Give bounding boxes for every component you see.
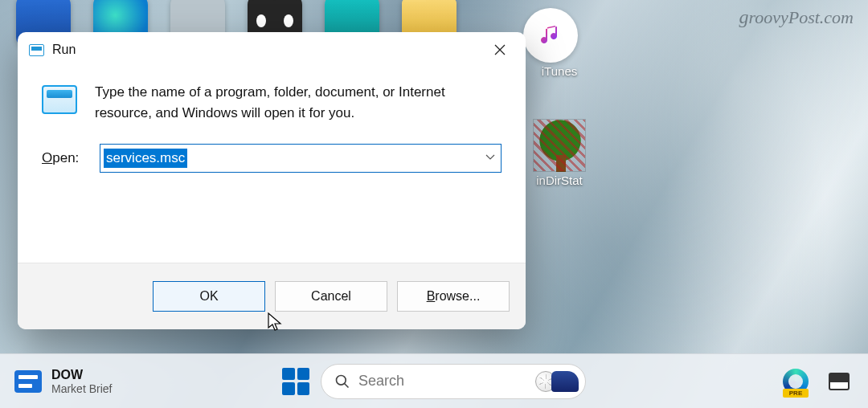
svg-point-0 xyxy=(536,21,565,50)
itunes-icon xyxy=(523,8,578,63)
close-icon xyxy=(493,43,506,56)
run-title: Run xyxy=(52,43,76,57)
cancel-button[interactable]: Cancel xyxy=(275,281,387,312)
desktop-icon-label: inDirStat xyxy=(523,173,596,187)
desktop-icon-windirstat[interactable]: inDirStat xyxy=(523,119,596,187)
widget-subtitle: Market Brief xyxy=(51,382,112,395)
browse-button[interactable]: Browse... xyxy=(397,281,510,312)
ok-button[interactable]: OK xyxy=(153,281,265,312)
edge-pre-badge: PRE xyxy=(783,389,809,398)
widget-icon xyxy=(14,370,42,393)
desktop-background: groovyPost.com iTunes inDirStat Run T xyxy=(0,0,868,408)
run-titlebar[interactable]: Run xyxy=(18,32,526,67)
open-combobox[interactable]: services.msc xyxy=(100,144,502,173)
open-input-value[interactable]: services.msc xyxy=(104,149,187,168)
cleat-icon xyxy=(551,371,579,392)
task-view-icon xyxy=(829,373,850,390)
taskbar: DOW Market Brief Search PRE xyxy=(0,353,868,408)
task-view-button[interactable] xyxy=(825,367,854,396)
search-highlight-badge xyxy=(535,371,579,392)
search-placeholder: Search xyxy=(358,373,527,390)
run-dialog: Run Type the name of a program, folder, … xyxy=(18,32,526,329)
run-program-icon xyxy=(42,85,77,114)
open-label: Open: xyxy=(42,150,87,166)
desktop-icon-itunes[interactable]: iTunes xyxy=(523,8,596,78)
taskbar-edge-preview[interactable]: PRE xyxy=(781,367,810,396)
run-footer: OK Cancel Browse... xyxy=(18,263,526,329)
run-description: Type the name of a program, folder, docu… xyxy=(95,82,502,123)
chevron-down-icon xyxy=(485,151,496,162)
desktop-icon-label: iTunes xyxy=(523,64,596,78)
taskbar-widget[interactable]: DOW Market Brief xyxy=(14,368,112,395)
watermark-label: roovyPost.com xyxy=(748,7,854,27)
combobox-dropdown[interactable] xyxy=(485,151,496,165)
widget-title: DOW xyxy=(51,368,112,382)
watermark-text: groovyPost.com xyxy=(739,6,854,28)
svg-point-1 xyxy=(337,375,346,385)
search-icon xyxy=(334,373,350,390)
close-button[interactable] xyxy=(482,35,518,64)
start-button[interactable] xyxy=(282,368,309,395)
windirstat-icon xyxy=(533,119,586,172)
run-title-icon xyxy=(29,44,44,56)
taskbar-search[interactable]: Search xyxy=(321,364,586,399)
run-body: Type the name of a program, folder, docu… xyxy=(18,67,526,190)
